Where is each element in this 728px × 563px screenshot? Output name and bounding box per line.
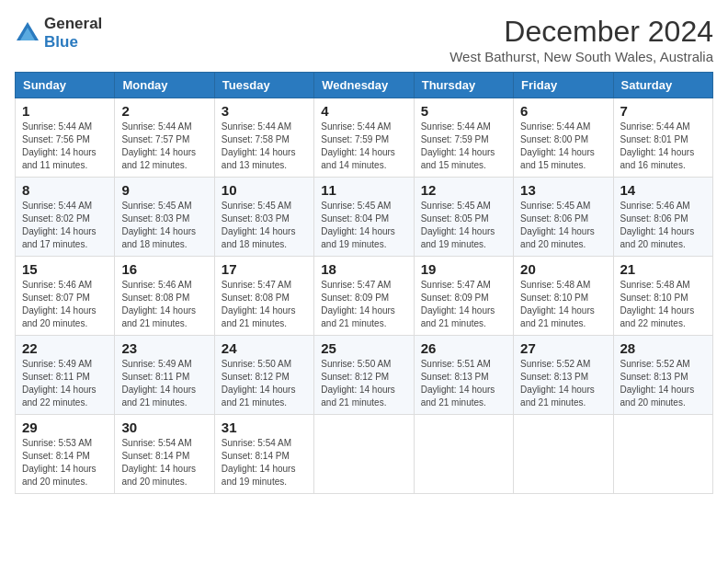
weekday-header-saturday: Saturday — [613, 73, 712, 98]
day-number: 23 — [121, 340, 207, 356]
weekday-header-thursday: Thursday — [414, 73, 513, 98]
day-number: 17 — [222, 261, 307, 277]
cell-info: Sunrise: 5:46 AMSunset: 8:06 PMDaylight:… — [620, 201, 695, 249]
day-number: 10 — [222, 182, 307, 198]
day-cell-8: 8 Sunrise: 5:44 AMSunset: 8:02 PMDayligh… — [16, 178, 115, 257]
day-cell-15: 15 Sunrise: 5:46 AMSunset: 8:07 PMDaylig… — [16, 257, 115, 336]
cell-info: Sunrise: 5:46 AMSunset: 8:08 PMDaylight:… — [121, 280, 196, 328]
day-number: 21 — [620, 261, 706, 277]
logo: General Blue — [15, 15, 102, 52]
cell-info: Sunrise: 5:46 AMSunset: 8:07 PMDaylight:… — [22, 280, 97, 328]
week-row-1: 1 Sunrise: 5:44 AMSunset: 7:56 PMDayligh… — [16, 98, 713, 178]
day-number: 13 — [520, 182, 606, 198]
cell-info: Sunrise: 5:44 AMSunset: 7:59 PMDaylight:… — [421, 121, 495, 170]
cell-info: Sunrise: 5:44 AMSunset: 8:01 PMDaylight:… — [620, 121, 695, 170]
cell-info: Sunrise: 5:54 AMSunset: 8:14 PMDaylight:… — [222, 438, 296, 487]
week-row-5: 29 Sunrise: 5:53 AMSunset: 8:14 PMDaylig… — [16, 415, 713, 494]
day-cell-28: 28 Sunrise: 5:52 AMSunset: 8:13 PMDaylig… — [613, 336, 712, 415]
cell-info: Sunrise: 5:44 AMSunset: 7:59 PMDaylight:… — [321, 121, 395, 170]
day-number: 29 — [22, 419, 108, 435]
day-cell-9: 9 Sunrise: 5:45 AMSunset: 8:03 PMDayligh… — [115, 178, 214, 257]
day-number: 3 — [222, 103, 307, 119]
logo-blue: Blue — [44, 33, 102, 52]
cell-info: Sunrise: 5:44 AMSunset: 7:58 PMDaylight:… — [222, 121, 296, 170]
cell-info: Sunrise: 5:49 AMSunset: 8:11 PMDaylight:… — [121, 359, 196, 408]
weekday-header-monday: Monday — [115, 73, 214, 98]
cell-info: Sunrise: 5:44 AMSunset: 8:00 PMDaylight:… — [520, 121, 595, 170]
cell-info: Sunrise: 5:45 AMSunset: 8:04 PMDaylight:… — [321, 201, 395, 249]
week-row-2: 8 Sunrise: 5:44 AMSunset: 8:02 PMDayligh… — [16, 178, 713, 257]
day-number: 24 — [222, 340, 307, 356]
day-cell-13: 13 Sunrise: 5:45 AMSunset: 8:06 PMDaylig… — [514, 178, 613, 257]
weekday-header-friday: Friday — [514, 73, 613, 98]
cell-info: Sunrise: 5:50 AMSunset: 8:12 PMDaylight:… — [222, 359, 296, 408]
day-cell-2: 2 Sunrise: 5:44 AMSunset: 7:57 PMDayligh… — [115, 98, 214, 178]
cell-info: Sunrise: 5:52 AMSunset: 8:13 PMDaylight:… — [620, 359, 695, 408]
day-number: 8 — [22, 182, 108, 198]
day-cell-20: 20 Sunrise: 5:48 AMSunset: 8:10 PMDaylig… — [514, 257, 613, 336]
day-number: 12 — [421, 182, 506, 198]
day-number: 18 — [321, 261, 406, 277]
weekday-header-tuesday: Tuesday — [214, 73, 313, 98]
day-cell-21: 21 Sunrise: 5:48 AMSunset: 8:10 PMDaylig… — [613, 257, 712, 336]
day-number: 22 — [22, 340, 108, 356]
day-cell-26: 26 Sunrise: 5:51 AMSunset: 8:13 PMDaylig… — [414, 336, 513, 415]
calendar-table: SundayMondayTuesdayWednesdayThursdayFrid… — [15, 72, 713, 494]
day-cell-3: 3 Sunrise: 5:44 AMSunset: 7:58 PMDayligh… — [214, 98, 313, 178]
day-cell-23: 23 Sunrise: 5:49 AMSunset: 8:11 PMDaylig… — [115, 336, 214, 415]
day-cell-11: 11 Sunrise: 5:45 AMSunset: 8:04 PMDaylig… — [314, 178, 414, 257]
cell-info: Sunrise: 5:50 AMSunset: 8:12 PMDaylight:… — [321, 359, 395, 408]
cell-info: Sunrise: 5:44 AMSunset: 7:57 PMDaylight:… — [121, 121, 196, 170]
weekday-header-wednesday: Wednesday — [314, 73, 414, 98]
day-cell-5: 5 Sunrise: 5:44 AMSunset: 7:59 PMDayligh… — [414, 98, 513, 178]
cell-info: Sunrise: 5:47 AMSunset: 8:08 PMDaylight:… — [222, 280, 296, 328]
day-cell-6: 6 Sunrise: 5:44 AMSunset: 8:00 PMDayligh… — [514, 98, 613, 178]
header: General Blue December 2024 West Bathurst… — [15, 15, 713, 64]
day-cell-4: 4 Sunrise: 5:44 AMSunset: 7:59 PMDayligh… — [314, 98, 414, 178]
cell-info: Sunrise: 5:47 AMSunset: 8:09 PMDaylight:… — [321, 280, 395, 328]
day-cell-7: 7 Sunrise: 5:44 AMSunset: 8:01 PMDayligh… — [613, 98, 712, 178]
day-number: 14 — [620, 182, 706, 198]
cell-info: Sunrise: 5:49 AMSunset: 8:11 PMDaylight:… — [22, 359, 97, 408]
subtitle: West Bathurst, New South Wales, Australi… — [449, 49, 713, 64]
empty-cell — [414, 415, 513, 494]
day-number: 28 — [620, 340, 706, 356]
day-number: 5 — [421, 103, 506, 119]
cell-info: Sunrise: 5:48 AMSunset: 8:10 PMDaylight:… — [520, 280, 595, 328]
day-number: 2 — [121, 103, 207, 119]
day-number: 31 — [222, 419, 307, 435]
day-number: 19 — [421, 261, 506, 277]
day-number: 7 — [620, 103, 706, 119]
cell-info: Sunrise: 5:54 AMSunset: 8:14 PMDaylight:… — [121, 438, 196, 487]
day-cell-30: 30 Sunrise: 5:54 AMSunset: 8:14 PMDaylig… — [115, 415, 214, 494]
day-number: 30 — [121, 419, 207, 435]
main-title: December 2024 — [449, 15, 713, 49]
day-number: 4 — [321, 103, 406, 119]
cell-info: Sunrise: 5:44 AMSunset: 8:02 PMDaylight:… — [22, 201, 97, 249]
cell-info: Sunrise: 5:51 AMSunset: 8:13 PMDaylight:… — [421, 359, 495, 408]
cell-info: Sunrise: 5:45 AMSunset: 8:06 PMDaylight:… — [520, 201, 595, 249]
day-number: 9 — [121, 182, 207, 198]
cell-info: Sunrise: 5:48 AMSunset: 8:10 PMDaylight:… — [620, 280, 695, 328]
logo-icon — [15, 20, 40, 46]
day-number: 26 — [421, 340, 506, 356]
weekday-header-row: SundayMondayTuesdayWednesdayThursdayFrid… — [16, 73, 713, 98]
day-cell-29: 29 Sunrise: 5:53 AMSunset: 8:14 PMDaylig… — [16, 415, 115, 494]
day-cell-17: 17 Sunrise: 5:47 AMSunset: 8:08 PMDaylig… — [214, 257, 313, 336]
cell-info: Sunrise: 5:45 AMSunset: 8:03 PMDaylight:… — [222, 201, 296, 249]
day-number: 1 — [22, 103, 108, 119]
day-cell-16: 16 Sunrise: 5:46 AMSunset: 8:08 PMDaylig… — [115, 257, 214, 336]
cell-info: Sunrise: 5:47 AMSunset: 8:09 PMDaylight:… — [421, 280, 495, 328]
day-cell-24: 24 Sunrise: 5:50 AMSunset: 8:12 PMDaylig… — [214, 336, 313, 415]
cell-info: Sunrise: 5:45 AMSunset: 8:05 PMDaylight:… — [421, 201, 495, 249]
day-cell-31: 31 Sunrise: 5:54 AMSunset: 8:14 PMDaylig… — [214, 415, 313, 494]
weekday-header-sunday: Sunday — [16, 73, 115, 98]
empty-cell — [314, 415, 414, 494]
empty-cell — [613, 415, 712, 494]
day-cell-12: 12 Sunrise: 5:45 AMSunset: 8:05 PMDaylig… — [414, 178, 513, 257]
week-row-3: 15 Sunrise: 5:46 AMSunset: 8:07 PMDaylig… — [16, 257, 713, 336]
day-number: 20 — [520, 261, 606, 277]
week-row-4: 22 Sunrise: 5:49 AMSunset: 8:11 PMDaylig… — [16, 336, 713, 415]
day-cell-25: 25 Sunrise: 5:50 AMSunset: 8:12 PMDaylig… — [314, 336, 414, 415]
title-area: December 2024 West Bathurst, New South W… — [449, 15, 713, 64]
